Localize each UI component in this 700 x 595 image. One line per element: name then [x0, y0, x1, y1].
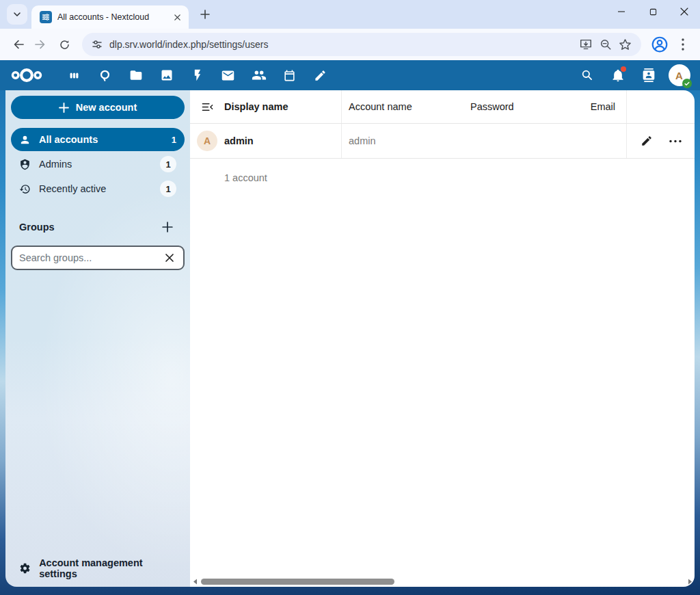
browser-menu-button[interactable]: [673, 33, 693, 56]
sidebar-nav: All accounts 1 Admins 1 Recently active …: [11, 128, 185, 200]
contacts-menu-icon[interactable]: [633, 60, 664, 90]
address-bar[interactable]: dlp.srv.world/index.php/settings/users: [82, 33, 641, 56]
search-groups-input[interactable]: [19, 252, 157, 263]
app-dashboard-icon[interactable]: [59, 60, 90, 90]
row-display-name: admin: [224, 124, 342, 158]
browser-window: All accounts - Nextcloud: [0, 0, 700, 595]
app-activity-icon[interactable]: [182, 60, 213, 90]
ellipsis-icon: [669, 140, 682, 143]
nextcloud-header: A: [0, 60, 700, 90]
row-avatar-cell: A: [190, 131, 224, 151]
app-photos-icon[interactable]: [151, 60, 182, 90]
count-badge: 1: [172, 135, 176, 145]
close-window-button[interactable]: [669, 0, 700, 23]
nextcloud-favicon-icon: [40, 11, 52, 23]
profile-icon: [651, 36, 669, 53]
plus-icon: [162, 222, 173, 233]
row-email: [559, 124, 627, 158]
minimize-button[interactable]: [606, 0, 637, 23]
browser-toolbar: dlp.srv.world/index.php/settings/users: [0, 29, 700, 60]
bookmark-star-icon[interactable]: [619, 38, 632, 51]
tab-strip: All accounts - Nextcloud: [0, 0, 700, 29]
sidebar-item-recently-active[interactable]: Recently active 1: [11, 177, 185, 200]
menu-open-icon: [201, 101, 214, 114]
pencil-icon: [641, 135, 653, 147]
status-online-badge: [682, 79, 692, 88]
app-notes-icon[interactable]: [305, 60, 336, 90]
nextcloud-logo[interactable]: [5, 67, 48, 83]
sidebar: New account All accounts 1 Admins 1 Rece…: [5, 90, 190, 587]
avatar: A: [197, 131, 217, 151]
reload-icon: [59, 39, 70, 51]
footer-label: Account management settings: [39, 557, 176, 579]
forward-arrow-icon: [35, 38, 47, 51]
shield-account-icon: [19, 159, 31, 170]
app-menu: [59, 60, 336, 90]
browser-tab[interactable]: All accounts - Nextcloud: [31, 5, 189, 29]
scroll-left-arrow[interactable]: [191, 579, 198, 585]
browser-profile-button[interactable]: [648, 33, 671, 56]
app-contacts-icon[interactable]: [243, 60, 274, 90]
unified-search-icon[interactable]: [571, 60, 602, 90]
account-count: 1 account: [190, 159, 695, 183]
sidebar-item-label: Admins: [39, 159, 72, 170]
new-account-button[interactable]: New account: [11, 96, 185, 119]
scrollbar-thumb[interactable]: [201, 579, 394, 585]
maximize-button[interactable]: [637, 0, 669, 23]
edit-user-button[interactable]: [638, 133, 655, 149]
plus-icon: [200, 10, 210, 19]
forward-button[interactable]: [30, 34, 52, 55]
close-icon: [680, 8, 688, 16]
add-group-button[interactable]: [159, 218, 176, 236]
sidebar-item-label: All accounts: [39, 134, 98, 145]
header-account-name[interactable]: Account name: [342, 101, 470, 112]
tab-search-button[interactable]: [7, 4, 27, 25]
tab-close-icon[interactable]: [171, 11, 183, 23]
header-email[interactable]: Email: [559, 90, 627, 123]
row-menu-button[interactable]: [667, 133, 684, 149]
groups-label: Groups: [19, 222, 55, 233]
scroll-right-arrow[interactable]: [686, 579, 693, 585]
header-display-name[interactable]: Display name: [224, 90, 342, 123]
account-icon: [19, 134, 31, 146]
new-account-label: New account: [76, 102, 137, 113]
open-navigation-toggle[interactable]: [190, 101, 224, 114]
user-avatar-button[interactable]: A: [664, 60, 695, 90]
count-badge: 1: [160, 181, 176, 197]
account-management-settings-button[interactable]: Account management settings: [11, 555, 185, 581]
install-app-icon[interactable]: [579, 38, 593, 51]
header-right-actions: A: [571, 60, 695, 90]
scrollbar-track[interactable]: [198, 579, 686, 585]
count-badge: 1: [160, 156, 176, 172]
window-controls: [606, 0, 700, 23]
sidebar-item-all-accounts[interactable]: All accounts 1: [11, 128, 185, 151]
url-text[interactable]: dlp.srv.world/index.php/settings/users: [109, 39, 572, 50]
reload-button[interactable]: [53, 34, 75, 55]
app-files-icon[interactable]: [120, 60, 151, 90]
horizontal-scrollbar[interactable]: [191, 577, 693, 586]
chevron-down-icon: [13, 10, 21, 18]
notification-dot: [621, 66, 626, 72]
app-body: New account All accounts 1 Admins 1 Rece…: [0, 90, 700, 595]
notifications-bell-icon[interactable]: [602, 60, 633, 90]
app-mail-icon[interactable]: [213, 60, 243, 90]
new-tab-button[interactable]: [196, 5, 215, 24]
plus-icon: [59, 103, 69, 113]
site-settings-icon[interactable]: [92, 39, 103, 50]
back-arrow-icon: [12, 38, 24, 51]
zoom-out-icon[interactable]: [600, 38, 612, 51]
sidebar-item-label: Recently active: [39, 183, 106, 194]
back-button[interactable]: [7, 34, 29, 55]
group-search-box: [11, 246, 185, 270]
accounts-table-header: Display name Account name Password Email: [190, 90, 695, 124]
table-row[interactable]: A admin admin: [190, 124, 695, 159]
header-password[interactable]: Password: [470, 101, 559, 112]
app-search-icon[interactable]: [90, 60, 120, 90]
app-calendar-icon[interactable]: [274, 60, 305, 90]
sidebar-item-admins[interactable]: Admins 1: [11, 153, 185, 176]
history-icon: [19, 183, 31, 195]
groups-header: Groups: [11, 218, 185, 236]
clear-search-icon[interactable]: [161, 250, 178, 266]
row-account-name: admin: [342, 135, 470, 146]
accounts-content: Display name Account name Password Email…: [190, 90, 695, 587]
